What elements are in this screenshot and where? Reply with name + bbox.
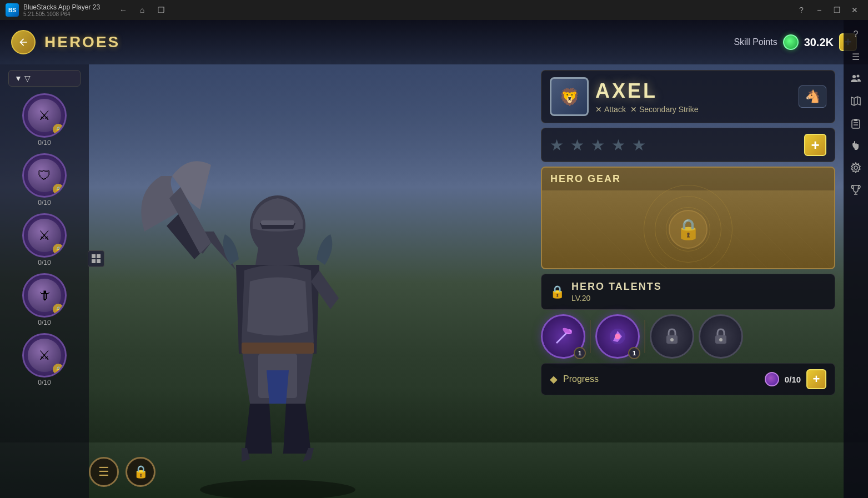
hero-item[interactable]: 🗡 🔒 0/10: [8, 273, 81, 326]
sidebar-trophy-icon[interactable]: [846, 180, 866, 200]
svg-rect-21: [854, 119, 857, 121]
sidebar-users-icon[interactable]: [846, 69, 866, 89]
add-progress-button[interactable]: +: [806, 369, 826, 389]
star-5: ★: [632, 136, 646, 154]
svg-point-16: [852, 75, 856, 78]
hero-avatar-3: ⚔ 🔒: [22, 213, 67, 258]
svg-point-15: [719, 338, 723, 341]
hero-avatar-1: ⚔ 🔒: [22, 93, 67, 138]
svg-rect-20: [852, 120, 860, 128]
hero-item[interactable]: ⚔ 🔒 0/10: [8, 93, 81, 147]
skill-divider-1: [590, 320, 591, 353]
top-bar: HEROES Skill Points 30.2K +: [0, 20, 868, 64]
hero-item[interactable]: ⚔ 🔒 0/10: [8, 213, 81, 266]
help-button[interactable]: ?: [794, 2, 809, 18]
hero-item[interactable]: 🛡 🔒 0/10: [8, 153, 81, 207]
sidebar-gear-icon[interactable]: [846, 158, 866, 178]
lock-icon: 🔒: [133, 465, 148, 479]
stars-container: ★ ★ ★ ★ ★: [550, 136, 646, 154]
svg-rect-1: [97, 254, 101, 258]
close-button[interactable]: ✕: [847, 2, 862, 18]
back-button[interactable]: [11, 30, 36, 54]
svg-rect-2: [92, 259, 96, 263]
skill-icon-3[interactable]: [650, 314, 694, 359]
svg-point-11: [615, 334, 620, 339]
filter-button[interactable]: ▼ ▽: [8, 70, 81, 87]
sidebar-help-icon[interactable]: ?: [846, 24, 866, 44]
hero-lock-icon-1: 🔒: [53, 124, 64, 135]
bottom-lock-button[interactable]: 🔒: [126, 457, 155, 487]
skill-icon-4[interactable]: [699, 314, 743, 359]
star-2: ★: [570, 136, 584, 154]
sidebar-menu-icon[interactable]: ☰: [846, 47, 866, 67]
hero-gear-section: HERO GEAR 🔒: [541, 167, 835, 269]
progress-count: 0/10: [785, 375, 801, 384]
attack-icon: ✕: [595, 105, 602, 114]
progress-label: Progress: [563, 374, 759, 384]
horse-icon: 🐴: [805, 89, 820, 104]
app-name: BlueStacks App Player 23: [23, 3, 100, 11]
hero-gear-title: HERO GEAR: [550, 173, 621, 185]
hero-lock-icon-4: 🔒: [53, 304, 64, 315]
sidebar-clipboard-icon[interactable]: [846, 113, 866, 133]
hero-name: AXEL: [595, 79, 792, 103]
hero-tags: ✕ Attack ✕ Secondary Strike: [595, 105, 792, 114]
stars-section: ★ ★ ★ ★ ★ +: [541, 128, 835, 162]
progress-diamond-icon: ◆: [550, 373, 558, 385]
skill-axe-icon: [552, 325, 574, 348]
progress-gem-icon: [765, 372, 779, 386]
right-sidebar: ? ☰: [844, 20, 868, 498]
hero-tag-attack: ✕ Attack: [595, 105, 626, 114]
bluestacks-logo: BS: [6, 3, 19, 17]
hero-lock-icon-3: 🔒: [53, 244, 64, 255]
filter-icon: ▼: [14, 74, 22, 83]
skill-lock-icon-2: [711, 326, 731, 346]
nav-bookmark-button[interactable]: ❐: [153, 2, 169, 18]
restore-button[interactable]: ❐: [829, 2, 845, 18]
gear-lock-symbol: 🔒: [676, 218, 701, 241]
skill-level-badge-1: 1: [574, 347, 586, 359]
hero-progress-4: 0/10: [38, 319, 51, 326]
skill-divider-2: [644, 320, 645, 353]
hero-progress-5: 0/10: [38, 379, 51, 386]
horse-button[interactable]: 🐴: [799, 85, 826, 108]
skill-strike-icon: [606, 325, 629, 348]
talent-lock-icon: 🔒: [550, 285, 565, 299]
skill-icon-1[interactable]: 1: [541, 314, 585, 359]
bottom-list-button[interactable]: ☰: [89, 457, 119, 487]
hero-avatar-5: ⚔ 🔒: [22, 333, 67, 378]
star-4: ★: [611, 136, 625, 154]
secondary-label: Secondary Strike: [639, 105, 699, 114]
skills-row: 1 1: [541, 314, 835, 359]
star-1: ★: [550, 136, 564, 154]
talents-level: LV.20: [571, 294, 826, 303]
filter-label: ▽: [24, 74, 31, 83]
nav-home-button[interactable]: ⌂: [134, 2, 150, 18]
sidebar-map-icon[interactable]: [846, 91, 866, 111]
talents-info: HERO TALENTS LV.20: [571, 281, 826, 303]
hero-info: AXEL ✕ Attack ✕ Secondary Strike: [595, 79, 792, 114]
grid-view-button[interactable]: [88, 250, 104, 267]
hero-talents-section[interactable]: 🔒 HERO TALENTS LV.20: [541, 274, 835, 310]
minimize-button[interactable]: −: [811, 2, 827, 18]
nav-back-button[interactable]: ←: [116, 2, 131, 18]
hero-lock-icon-2: 🔒: [53, 184, 64, 195]
hero-gear-body: 🔒: [542, 190, 834, 268]
add-star-button[interactable]: +: [804, 134, 826, 156]
hero-progress-2: 0/10: [38, 199, 51, 207]
hero-character-area: [89, 64, 466, 498]
svg-rect-8: [261, 220, 294, 225]
hero-avatar-2: 🛡 🔒: [22, 153, 67, 198]
window-controls: ? − ❐ ✕: [794, 2, 862, 18]
game-area: HEROES Skill Points 30.2K + ▼ ▽ ⚔ 🔒 0/10…: [0, 20, 868, 498]
hero-item[interactable]: ⚔ 🔒 0/10: [8, 333, 81, 386]
svg-point-24: [854, 166, 857, 169]
sidebar-hand-icon[interactable]: [846, 135, 866, 155]
bottom-nav: ☰ 🔒: [89, 457, 155, 487]
secondary-icon: ✕: [630, 105, 637, 114]
hero-avatar-4: 🗡 🔒: [22, 273, 67, 318]
hero-progress-3: 0/10: [38, 259, 51, 266]
skill-icon-2[interactable]: 1: [595, 314, 640, 359]
hero-gear-header: HERO GEAR: [542, 168, 834, 190]
hero-emblem: 🦁: [550, 77, 589, 116]
